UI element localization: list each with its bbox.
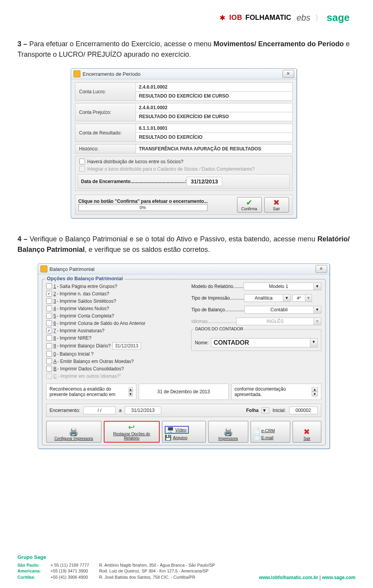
input-conta-prejuizo-desc[interactable]: RESULTADO DO EXERCÍCIO EM CURSO: [136, 112, 293, 121]
undo-icon: ↩: [128, 423, 135, 431]
arrow-up-icon[interactable]: ▲: [129, 387, 133, 392]
opt-0[interactable]: 0 - Balanço Inicial ?: [46, 350, 187, 358]
label-modelo: Modelo do Relatório........: [191, 284, 243, 289]
label-idiomas: Idiomas......................: [191, 319, 236, 324]
label-conta-resultado: Conta de Resultado:: [75, 124, 136, 142]
combo-modelo[interactable]: Modelo 1▼: [244, 283, 321, 290]
printer-icon: 🖨️: [223, 428, 233, 436]
restaurar-opcoes-button[interactable]: ↩ Restaurar Opções do Relatório: [104, 421, 160, 443]
opt-3[interactable]: 3 - Imprime Saldos Sintéticos?: [46, 297, 187, 305]
combo-folha[interactable]: ▼: [261, 407, 269, 414]
window-icon: [73, 70, 80, 77]
titlebar[interactable]: Balanço Patrimonial ✕: [38, 264, 329, 274]
input-conta-lucro-desc[interactable]: RESULTADO DO EXERCÍCIO EM CURSO: [136, 92, 293, 101]
combo-nome-contador[interactable]: CONTADOR▼: [211, 338, 318, 347]
sair-button[interactable]: ✖ Sair: [264, 197, 289, 213]
input-conta-prejuizo-code[interactable]: 2.4.6.01.0002: [136, 103, 293, 112]
video-arquivo-group: 🖥️Vídeo 💾Arquivo: [162, 421, 206, 443]
chevron-down-icon: ▼: [283, 294, 291, 302]
input-inicial[interactable]: 000002: [289, 407, 318, 414]
impressora-button[interactable]: 🖨️ Impressora: [208, 421, 248, 443]
opt-6[interactable]: 6 - Imprimir Coluna de Saldo do Ano Ante…: [46, 319, 187, 327]
close-icon: ✖: [303, 428, 310, 436]
logo-ebs: ebs: [296, 13, 310, 23]
paragraph-step-3: 3 – Para efetuar o Encerramento do Exerc…: [17, 39, 350, 60]
text-reconhecemos[interactable]: Reconhecemos a exatidão do presente bala…: [46, 384, 136, 400]
opt-4[interactable]: 4 - Imprime Valores Nulos?: [46, 305, 187, 312]
document-icon: 📄: [253, 427, 260, 434]
email-button[interactable]: ✉️E-mail: [253, 434, 274, 441]
check-icon: ✔: [237, 198, 261, 207]
options-right-column: Modelo do Relatório........ Modelo 1▼ Ti…: [191, 283, 321, 380]
configurar-impressora-button[interactable]: 🖨️ Configurar Impressora: [46, 421, 101, 443]
sair-button[interactable]: ✖ Sair: [293, 421, 321, 443]
checkbox-icon: [79, 166, 85, 172]
asterisk-icon: ✱: [220, 14, 225, 22]
printer-settings-icon: 🖨️: [69, 428, 78, 436]
close-button[interactable]: ✕: [315, 265, 327, 273]
opt-7[interactable]: 7 - Imprimir Assinaturas?: [46, 327, 187, 334]
label-conta-lucro: Conta Lucro:: [75, 82, 136, 101]
logo-sage: sage: [327, 12, 350, 24]
arrow-up-icon[interactable]: ▲: [312, 387, 317, 392]
chevron-down-icon: ▼: [314, 318, 321, 325]
window-title: Encerramento de Período: [83, 71, 282, 77]
label-inicial: Inicial:: [272, 408, 286, 413]
input-grau[interactable]: 4º: [292, 295, 305, 302]
logo-iob: IOB: [229, 14, 242, 22]
checkbox-distribuicao-lucros[interactable]: Haverá distribuição de lucros entre os S…: [78, 158, 290, 165]
ecrm-button[interactable]: 📄e-CRM: [253, 427, 275, 434]
ecrm-email-group: 📄e-CRM ✉️E-mail: [251, 421, 291, 443]
checkbox-integrar-lucro: Integrar o lucro distribuído para o Cada…: [78, 165, 290, 173]
chevron-down-icon: ▼: [314, 283, 321, 290]
close-icon: ✖: [265, 198, 289, 207]
input-enc-data-ini[interactable]: / /: [83, 407, 116, 414]
opt-b[interactable]: B - Imprimir Dados Consolidados?: [46, 365, 187, 372]
confirm-message: Clique no botão "Confirma" para efetuar …: [78, 199, 235, 204]
titlebar[interactable]: Encerramento de Período ✕: [71, 69, 296, 79]
opt-9[interactable]: 9 - Imprimir Balanço Diário?31/12/2013: [46, 342, 187, 350]
envelope-icon: ✉️: [253, 434, 260, 441]
text-data-balanco[interactable]: 31 de Dezembro de 2013: [139, 384, 229, 400]
text-conforme[interactable]: conforme documentação apresentada. ▲▼: [231, 384, 321, 400]
arrow-down-icon[interactable]: ▼: [129, 392, 133, 396]
arrow-down-icon[interactable]: ▼: [312, 392, 317, 396]
opt-1[interactable]: 1 - Salta Página entre Grupos?: [46, 283, 187, 290]
input-enc-data-fim[interactable]: 31/12/2013: [125, 407, 161, 414]
combo-idiomas: INGLÊS▼: [236, 318, 321, 325]
input-conta-resultado-code[interactable]: 6.1.1.01.0001: [136, 124, 293, 133]
opt-2[interactable]: 2 - Imprime n. das Contas?: [46, 290, 187, 297]
label-data-encerramento: Data de Encerramento....................…: [81, 179, 186, 184]
chevron-down-icon: ▼: [305, 294, 312, 302]
footer-sites: www.iobfolhamatic.com.br | www.sage.com: [259, 575, 356, 580]
paragraph-step-4: 4 – Verifique o Balanço Patrimonial e se…: [17, 234, 350, 255]
monitor-icon: 🖥️: [167, 427, 174, 433]
opt-c: C - Imprimir em outros Idiomas?": [46, 372, 187, 380]
input-historico[interactable]: TRANSFERÊNCIA PARA APURAÇÃO DE RESULTADO…: [136, 144, 293, 154]
opt-5[interactable]: 5 - Imprimir Conta Completa?: [46, 312, 187, 319]
input-conta-lucro-code[interactable]: 2.4.6.01.0002: [136, 82, 293, 92]
input-data-encerramento[interactable]: 31/12/2013: [186, 177, 222, 186]
combo-tipo-balanco[interactable]: Contábil▼: [244, 306, 321, 314]
label-folha: Folha: [246, 408, 258, 413]
fieldset-legend: Opções do Balanço Patrimonial: [45, 276, 125, 281]
label-nome: Nome:: [195, 340, 208, 345]
opt-9-date[interactable]: 31/12/2013: [112, 342, 141, 349]
label-historico: Histórico:: [75, 144, 136, 154]
logo-folhamatic: FOLHAMATIC: [246, 14, 291, 22]
dialog-encerramento-periodo: Encerramento de Período ✕ Conta Lucro: 2…: [71, 68, 297, 218]
page-footer: Grupo Sage São Paulo:+ 55 (11) 2188 7777…: [0, 554, 373, 588]
close-button[interactable]: ✕: [282, 70, 294, 78]
chevron-down-icon: ▼: [310, 338, 318, 347]
combo-tipo-impressao[interactable]: Analítica▼: [244, 294, 291, 302]
label-tipo-balanco: Tipo de Balanço...............: [191, 307, 244, 312]
arquivo-button[interactable]: 💾Arquivo: [165, 434, 187, 441]
video-button[interactable]: 🖥️Vídeo: [165, 426, 189, 434]
input-conta-resultado-desc[interactable]: RESULTADO DO EXERCÍCIO: [136, 133, 293, 142]
save-icon: 💾: [165, 434, 171, 441]
opt-8[interactable]: 8 - Imprimir NIRE?: [46, 334, 187, 342]
window-icon: [40, 265, 47, 272]
progress-bar: 0%: [78, 204, 207, 211]
opt-a[interactable]: A - Emitir Balanço em Outras Moedas?: [46, 358, 187, 365]
confirma-button[interactable]: ✔ Confirma: [237, 197, 262, 213]
